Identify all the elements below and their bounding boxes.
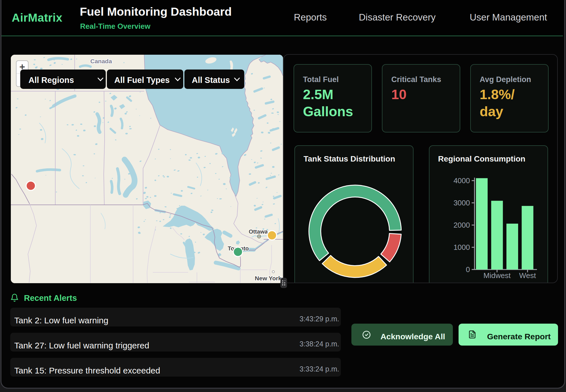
svg-text:3000: 3000 [453,199,470,207]
svg-text:1000: 1000 [453,243,470,252]
svg-text:West: West [519,271,536,280]
svg-text:2000: 2000 [453,221,470,229]
svg-text:Midwest: Midwest [483,271,511,280]
svg-text:Canada: Canada [90,58,112,64]
svg-text:New York: New York [255,275,282,281]
svg-text:4000: 4000 [453,176,470,185]
svg-text:0: 0 [466,265,470,274]
svg-text:Ottawa: Ottawa [249,228,268,235]
